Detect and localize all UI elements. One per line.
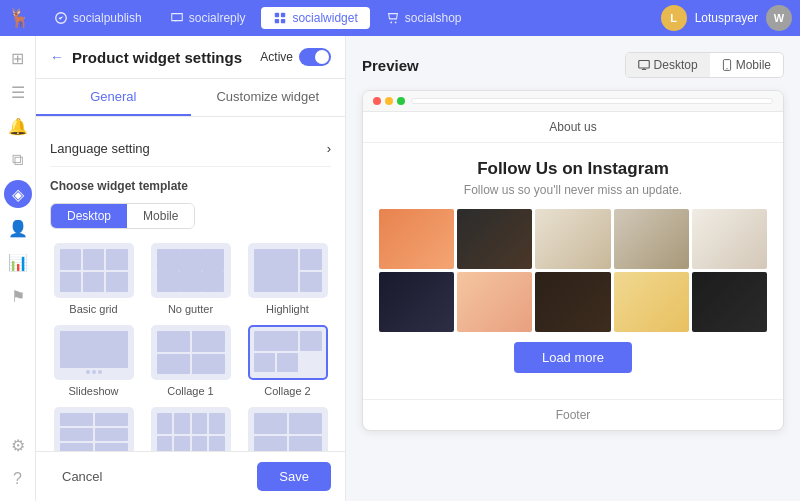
page-nav: About us (363, 112, 783, 143)
mobile-preview-label: Mobile (736, 58, 771, 72)
top-navigation: 🦌 socialpublish socialreply socialwidget… (0, 0, 800, 36)
template-highlight[interactable]: Highlight (244, 243, 331, 315)
tab-socialreply[interactable]: socialreply (158, 7, 258, 29)
ig-grid-row1 (379, 209, 767, 269)
app-logo: 🦌 (8, 7, 30, 29)
template-label-slideshow: Slideshow (68, 385, 118, 397)
active-label: Active (260, 50, 293, 64)
panel-header: ← Product widget settings Active (36, 36, 345, 79)
desktop-preview-btn[interactable]: Desktop (626, 53, 710, 77)
chevron-right-icon: › (327, 141, 331, 156)
mobile-tab[interactable]: Mobile (127, 204, 194, 228)
menu-icon[interactable]: ☰ (4, 78, 32, 106)
device-preview-toggle: Desktop Mobile (625, 52, 784, 78)
tab-socialshop[interactable]: socialshop (374, 7, 474, 29)
widget-preview: Follow Us on Instagram Follow us so you'… (363, 143, 783, 399)
save-button[interactable]: Save (257, 462, 331, 491)
desktop-tab[interactable]: Desktop (51, 204, 127, 228)
chart-icon[interactable]: 📊 (4, 248, 32, 276)
template-label-highlight: Highlight (266, 303, 309, 315)
choose-template-title: Choose widget template (50, 179, 331, 193)
cancel-button[interactable]: Cancel (50, 463, 114, 490)
maximize-dot (397, 97, 405, 105)
home-icon[interactable]: ⊞ (4, 44, 32, 72)
help-icon[interactable]: ? (4, 465, 32, 493)
active-toggle-group: Active (260, 48, 331, 66)
template-collage-2[interactable]: Collage 2 (244, 325, 331, 397)
template-collage-1[interactable]: Collage 1 (147, 325, 234, 397)
template-collage-4[interactable]: Collage 4 (147, 407, 234, 451)
browser-dots (373, 97, 405, 105)
user-icon[interactable]: 👤 (4, 214, 32, 242)
browser-content: About us Follow Us on Instagram Follow u… (363, 112, 783, 430)
template-thumb-no-gutter (151, 243, 231, 298)
template-collage-5[interactable]: Collage 5 (244, 407, 331, 451)
ig-cell-3 (535, 209, 610, 269)
widget-icon[interactable]: ◈ (4, 180, 32, 208)
settings-icon[interactable]: ⚙ (4, 431, 32, 459)
template-label-no-gutter: No gutter (168, 303, 213, 315)
desktop-preview-label: Desktop (654, 58, 698, 72)
panel-tabs: General Customize widget (36, 79, 345, 117)
username: Lotusprayer (695, 11, 758, 25)
template-label-basic-grid: Basic grid (69, 303, 117, 315)
template-no-gutter[interactable]: No gutter (147, 243, 234, 315)
tab-customize-widget[interactable]: Customize widget (191, 79, 346, 116)
ig-cell-4 (614, 209, 689, 269)
template-basic-grid[interactable]: Basic grid (50, 243, 137, 315)
svg-rect-7 (638, 61, 649, 69)
user-avatar: L (661, 5, 687, 31)
template-label-collage-1: Collage 1 (167, 385, 213, 397)
template-thumb-collage-4 (151, 407, 231, 451)
load-more-button[interactable]: Load more (514, 342, 632, 373)
flag-icon[interactable]: ⚑ (4, 282, 32, 310)
preview-panel: Preview Desktop Mobile (346, 36, 800, 501)
widget-subtext: Follow us so you'll never miss an update… (379, 183, 767, 197)
tab-socialpublish[interactable]: socialpublish (42, 7, 154, 29)
secondary-avatar: W (766, 5, 792, 31)
ig-cell-6 (379, 272, 454, 332)
template-thumb-collage-5 (248, 407, 328, 451)
close-dot (373, 97, 381, 105)
settings-panel: ← Product widget settings Active General… (36, 36, 346, 501)
icon-sidebar: ⊞ ☰ 🔔 ⧉ ◈ 👤 📊 ⚑ ⚙ ? (0, 36, 36, 501)
tab-general[interactable]: General (36, 79, 191, 116)
language-setting-row[interactable]: Language setting › (50, 131, 331, 167)
svg-point-5 (390, 22, 392, 24)
layers-icon[interactable]: ⧉ (4, 146, 32, 174)
ig-cell-9 (614, 272, 689, 332)
template-thumb-slideshow (54, 325, 134, 380)
back-button[interactable]: ← (50, 49, 64, 65)
nav-right: L Lotusprayer W (661, 5, 792, 31)
page-footer: Footer (363, 399, 783, 430)
template-thumb-collage-2 (248, 325, 328, 380)
template-label-collage-2: Collage 2 (264, 385, 310, 397)
browser-bar (363, 91, 783, 112)
template-thumb-basic-grid (54, 243, 134, 298)
panel-footer: Cancel Save (36, 451, 345, 501)
panel-content: Language setting › Choose widget templat… (36, 117, 345, 451)
bell-icon[interactable]: 🔔 (4, 112, 32, 140)
language-setting-label: Language setting (50, 141, 150, 156)
ig-cell-7 (457, 272, 532, 332)
url-bar (411, 98, 773, 104)
panel-title: Product widget settings (72, 49, 252, 66)
template-collage-3[interactable]: Collage 3 (50, 407, 137, 451)
svg-rect-2 (281, 13, 285, 17)
preview-header: Preview Desktop Mobile (362, 52, 784, 78)
svg-rect-1 (275, 13, 279, 17)
mobile-preview-btn[interactable]: Mobile (710, 53, 783, 77)
template-slideshow[interactable]: Slideshow (50, 325, 137, 397)
template-thumb-collage-1 (151, 325, 231, 380)
active-toggle[interactable] (299, 48, 331, 66)
tab-socialwidget[interactable]: socialwidget (261, 7, 369, 29)
ig-cell-8 (535, 272, 610, 332)
browser-mockup: About us Follow Us on Instagram Follow u… (362, 90, 784, 431)
main-layout: ⊞ ☰ 🔔 ⧉ ◈ 👤 📊 ⚑ ⚙ ? ← Product widget set… (0, 36, 800, 501)
ig-cell-2 (457, 209, 532, 269)
svg-point-9 (726, 68, 727, 69)
ig-cell-5 (692, 209, 767, 269)
device-tabs: Desktop Mobile (50, 203, 195, 229)
minimize-dot (385, 97, 393, 105)
svg-point-6 (395, 22, 397, 24)
